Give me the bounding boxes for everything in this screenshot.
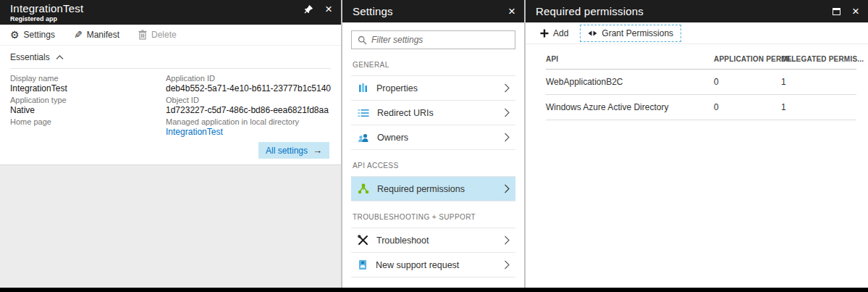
app-blade-empty-area bbox=[0, 164, 341, 288]
essentials-toggle[interactable]: Essentials bbox=[10, 52, 331, 69]
display-name-value: IntegrationTest bbox=[10, 83, 166, 94]
support-person-icon bbox=[358, 259, 368, 270]
settings-item-required-permissions[interactable]: Required permissions bbox=[351, 177, 515, 201]
home-page-field: Home page bbox=[10, 117, 166, 138]
chevron-right-icon bbox=[504, 83, 510, 93]
column-header-delegated-permissions: DELEGATED PERMIS... bbox=[781, 55, 856, 63]
delete-button-label: Delete bbox=[151, 30, 177, 40]
add-button[interactable]: Add bbox=[536, 25, 573, 41]
object-id-value: 1d723227-c5d7-486c-bd86-eea6821fd8aa bbox=[166, 105, 331, 116]
chevron-right-icon bbox=[504, 184, 510, 193]
search-icon bbox=[358, 36, 367, 45]
essentials-title: Essentials bbox=[10, 52, 50, 62]
chevron-right-icon bbox=[504, 133, 510, 142]
permissions-command-bar: Add Grant Permissions bbox=[526, 22, 868, 44]
managed-application-label: Managed application in local directory bbox=[166, 117, 331, 127]
column-header-application-permissions: APPLICATION PERMI... bbox=[714, 55, 781, 63]
required-permissions-blade: Required permissions × Add Grant Permiss… bbox=[526, 0, 868, 288]
chevron-right-icon bbox=[504, 108, 510, 117]
table-row[interactable]: WebApplicationB2C 0 1 bbox=[546, 70, 856, 95]
application-id-label: Application ID bbox=[166, 74, 331, 83]
pencil-icon: ✎ bbox=[74, 30, 83, 40]
table-row[interactable]: Windows Azure Active Directory 0 1 bbox=[546, 95, 856, 120]
section-header-api-access: API ACCESS bbox=[353, 162, 514, 170]
close-icon[interactable]: × bbox=[325, 3, 332, 15]
home-page-label: Home page bbox=[10, 117, 166, 127]
delegated-permissions-cell: 1 bbox=[781, 77, 856, 87]
manifest-button-label: Manifest bbox=[87, 30, 119, 40]
grant-icon bbox=[588, 30, 597, 37]
manifest-button[interactable]: ✎ Manifest bbox=[74, 30, 119, 40]
settings-item-label: Required permissions bbox=[377, 184, 465, 194]
section-header-troubleshooting: TROUBLESHOOTING + SUPPORT bbox=[353, 213, 514, 221]
plus-icon bbox=[540, 29, 549, 38]
app-blade-header: IntegrationTest Registered app × bbox=[0, 0, 341, 25]
settings-item-redirect-uris[interactable]: Redirect URIs bbox=[351, 101, 515, 125]
settings-item-label: Owners bbox=[377, 133, 408, 143]
all-settings-label: All settings bbox=[266, 146, 308, 156]
settings-item-troubleshoot[interactable]: Troubleshoot bbox=[351, 228, 515, 253]
display-name-field: Display name IntegrationTest bbox=[10, 74, 166, 94]
settings-blade-header: Settings × bbox=[342, 0, 524, 22]
essentials-fields: Display name IntegrationTest Application… bbox=[10, 69, 331, 139]
trash-icon bbox=[138, 30, 147, 40]
object-id-label: Object ID bbox=[166, 96, 331, 105]
permissions-table: API APPLICATION PERMI... DELEGATED PERMI… bbox=[546, 49, 856, 120]
tools-icon bbox=[358, 235, 368, 246]
chevron-up-icon bbox=[56, 55, 64, 60]
settings-item-label: Redirect URIs bbox=[377, 108, 434, 118]
app-blade-title: IntegrationTest bbox=[10, 3, 83, 15]
filter-settings-input[interactable] bbox=[371, 35, 509, 45]
application-permissions-cell: 0 bbox=[714, 77, 781, 87]
managed-application-field: Managed application in local directory I… bbox=[166, 117, 331, 138]
pin-icon[interactable] bbox=[304, 4, 313, 14]
permissions-table-header: API APPLICATION PERMI... DELEGATED PERMI… bbox=[546, 49, 856, 70]
api-name-cell: Windows Azure Active Directory bbox=[546, 102, 714, 112]
arrow-right-icon: → bbox=[313, 145, 322, 156]
home-page-value bbox=[10, 127, 166, 138]
settings-item-label: Troubleshoot bbox=[376, 235, 429, 246]
grant-permissions-button[interactable]: Grant Permissions bbox=[580, 25, 681, 42]
app-blade-subtitle: Registered app bbox=[10, 16, 83, 23]
settings-button[interactable]: ⚙ Settings bbox=[10, 30, 55, 40]
settings-item-owners[interactable]: Owners bbox=[351, 125, 515, 150]
maximize-icon[interactable] bbox=[833, 8, 840, 15]
list-icon bbox=[358, 108, 369, 118]
section-header-general: GENERAL bbox=[353, 61, 514, 69]
delete-button[interactable]: Delete bbox=[138, 30, 177, 40]
app-command-bar: ⚙ Settings ✎ Manifest Delete bbox=[0, 25, 341, 46]
chevron-right-icon bbox=[504, 235, 510, 245]
gear-icon: ⚙ bbox=[10, 30, 20, 40]
close-icon[interactable]: × bbox=[508, 5, 515, 17]
app-blade: IntegrationTest Registered app × ⚙ Setti… bbox=[0, 0, 342, 288]
settings-item-label: New support request bbox=[376, 260, 459, 270]
application-type-label: Application type bbox=[10, 96, 166, 105]
display-name-label: Display name bbox=[10, 74, 166, 83]
settings-body: GENERAL Properties Redirect URIs bbox=[342, 22, 524, 288]
people-icon bbox=[358, 133, 369, 143]
bottom-bar bbox=[0, 288, 868, 292]
application-type-field: Application type Native bbox=[10, 96, 166, 116]
settings-blade-title: Settings bbox=[353, 5, 393, 17]
close-icon[interactable]: × bbox=[852, 5, 859, 17]
all-settings-button[interactable]: All settings → bbox=[258, 142, 329, 159]
application-id-field: Application ID deb4b552-5a71-4e10-b611-2… bbox=[166, 74, 331, 94]
application-id-value: deb4b552-5a71-4e10-b611-23777b1c5140 bbox=[166, 83, 331, 94]
permissions-blade-header: Required permissions × bbox=[526, 0, 868, 22]
sliders-icon bbox=[358, 83, 368, 93]
settings-blade: Settings × GENERAL Properties bbox=[342, 0, 526, 288]
permissions-blade-title: Required permissions bbox=[536, 5, 644, 17]
settings-item-new-support-request[interactable]: New support request bbox=[351, 253, 515, 278]
chevron-right-icon bbox=[504, 260, 510, 270]
application-permissions-cell: 0 bbox=[714, 102, 781, 112]
api-name-cell: WebApplicationB2C bbox=[546, 77, 714, 87]
column-header-api: API bbox=[546, 55, 714, 63]
settings-item-label: Properties bbox=[376, 83, 418, 93]
grant-permissions-label: Grant Permissions bbox=[602, 28, 673, 38]
filter-settings-box bbox=[351, 30, 515, 49]
settings-item-properties[interactable]: Properties bbox=[351, 76, 515, 101]
managed-application-link[interactable]: IntegrationTest bbox=[166, 127, 331, 138]
delegated-permissions-cell: 1 bbox=[781, 102, 856, 112]
add-button-label: Add bbox=[553, 28, 568, 38]
org-tree-icon bbox=[358, 183, 369, 194]
